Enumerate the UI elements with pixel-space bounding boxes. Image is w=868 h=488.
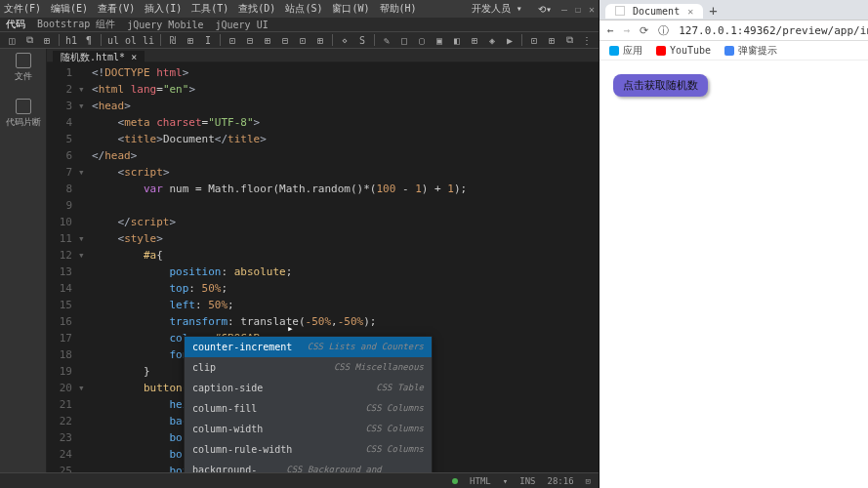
menu-item[interactable]: 站点(S) [285,2,322,16]
tool-icon[interactable]: ⊞ [41,34,53,46]
file-tab[interactable]: 随机数.html* × [47,49,599,62]
tab-code[interactable]: 代码 [6,18,25,31]
youtube-icon [656,46,666,56]
sidebar-item-snippets[interactable]: 代码片断 [6,99,41,129]
site-info-icon[interactable]: ⓘ [658,23,669,38]
menu-item[interactable]: 查看(V) [98,2,135,16]
browser-tab[interactable]: Document ✕ [605,4,703,19]
snippets-icon [16,99,31,114]
chevron-down-icon[interactable]: ▾ [503,476,508,486]
editor-pane: 文件(F) 编辑(E) 查看(V) 插入(I) 工具(T) 查找(D) 站点(S… [0,0,599,488]
files-icon [16,53,31,68]
tab-favicon [615,6,625,16]
app-root: 文件(F) 编辑(E) 查看(V) 插入(I) 工具(T) 查找(D) 站点(S… [0,0,868,488]
tool-icon[interactable]: ol [125,34,137,46]
browser-chrome: Document ✕ + ◉ — ☐ ✕ ← → ⟳ ⓘ 127.0.0.1:4… [599,0,868,61]
autocomplete-item[interactable]: background-imageCSS Background and Borde… [185,460,432,472]
browser-pane: Document ✕ + ◉ — ☐ ✕ ← → ⟳ ⓘ 127.0.0.1:4… [599,0,868,488]
tool-icon[interactable]: ⊡ [227,34,238,46]
tab-jqui[interactable]: jQuery UI [216,20,269,30]
url-text[interactable]: 127.0.0.1:49362/preview/app/index.html [679,24,868,37]
statusbar: HTML ▾ INS 28:16 ⊡ [0,472,599,488]
mode-tabbar: 代码 Bootstrap 组件 jQuery Mobile jQuery UI [0,18,599,31]
tool-icon[interactable]: ul [107,34,119,46]
tool-icon[interactable]: ⊞ [314,34,326,46]
tool-icon[interactable]: ▶ [504,34,516,46]
tab-title: Document [633,6,680,17]
tool-icon[interactable]: ¶ [83,34,95,46]
tool-icon[interactable]: S [356,34,368,46]
bookmark-item[interactable]: 弹窗提示 [724,44,777,58]
autocomplete-item[interactable]: column-fillCSS Columns [185,398,432,419]
tool-icon[interactable]: ⧉ [23,34,35,46]
tool-icon[interactable]: ▢ [416,34,428,46]
tool-icon[interactable]: ⊟ [279,34,291,46]
menu-item[interactable]: 帮助(H) [380,2,417,16]
maximize-icon[interactable]: ☐ [575,4,581,15]
tool-icon[interactable]: ⧉ [563,34,575,46]
autocomplete-item[interactable]: column-rule-widthCSS Columns [185,439,432,460]
autocomplete-item[interactable]: caption-sideCSS Table [185,378,432,398]
tool-icon[interactable]: ✎ [381,34,393,46]
apps-icon [609,46,619,56]
sidebar-item-files[interactable]: 文件 [15,53,32,83]
menubar: 文件(F) 编辑(E) 查看(V) 插入(I) 工具(T) 查找(D) 站点(S… [0,0,599,18]
line-gutter: 1234567891011121314151617181920212223242… [47,62,78,472]
minimize-icon[interactable]: — [561,4,567,15]
tool-icon[interactable]: ◧ [451,34,463,46]
menu-item[interactable]: 插入(I) [145,2,182,16]
autocomplete-item[interactable]: counter-incrementCSS Lists and Counters [185,337,432,357]
new-tab-button[interactable]: + [709,3,717,19]
tool-icon[interactable]: □ [398,34,410,46]
reload-icon[interactable]: ⟳ [640,24,648,37]
bookmark-item[interactable]: YouTube [656,45,711,56]
tool-icon[interactable]: ⊡ [297,34,309,46]
autocomplete-item[interactable]: clipCSS Miscellaneous [185,357,432,378]
code-editor[interactable]: 1234567891011121314151617181920212223242… [47,62,599,472]
fold-gutter[interactable]: ▾▾▾▾▾▾▾ [78,62,88,472]
tool-icon[interactable]: ⊞ [185,34,196,46]
autocomplete-item[interactable]: column-widthCSS Columns [185,419,432,439]
menu-item[interactable]: 窗口(W) [332,2,369,16]
favicon [724,46,734,56]
tool-icon[interactable]: ⋮ [581,34,593,46]
forward-icon[interactable]: → [624,24,631,37]
workspace-dropdown[interactable]: 开发人员 ▾ [472,2,522,16]
menu-item[interactable]: 文件(F) [4,2,41,16]
menu-item[interactable]: 查找(D) [238,2,275,16]
tab-jqm[interactable]: jQuery Mobile [127,20,203,30]
status-expand-icon[interactable]: ⊡ [586,476,591,486]
toolbar: ◫ ⧉ ⊞ h1 ¶ ul ol li ₪ ⊞ I ⊡ ⊟ ⊞ ⊟ ⊡ ⊞ ⋄ … [0,31,599,49]
status-dot [452,478,458,484]
tool-icon[interactable]: li [143,34,154,46]
tool-icon[interactable]: ⊞ [469,34,480,46]
tool-icon[interactable]: ⊞ [546,34,558,46]
tool-icon[interactable]: h1 [65,34,77,46]
tab-bootstrap[interactable]: Bootstrap 组件 [37,18,115,31]
status-pos: 28:16 [547,476,573,486]
bookmarks-bar: 应用 YouTube 弹窗提示 [599,41,868,61]
tool-icon[interactable]: ⋄ [339,34,351,46]
tab-close-icon[interactable]: ✕ [687,6,693,17]
status-enc: INS [519,476,535,486]
sidebar: 文件 代码片断 [0,49,47,472]
tool-icon[interactable]: ◫ [6,34,18,46]
tool-icon[interactable]: ⊟ [244,34,256,46]
back-icon[interactable]: ← [607,24,614,37]
browser-viewport[interactable]: 点击获取随机数 [599,61,868,488]
random-number-button[interactable]: 点击获取随机数 [613,74,708,97]
tool-icon[interactable]: ◈ [486,34,498,46]
apps-button[interactable]: 应用 [609,44,642,58]
mouse-cursor: ▸ [287,320,294,337]
menu-item[interactable]: 工具(T) [191,2,228,16]
tool-icon[interactable]: ⊡ [528,34,540,46]
tool-icon[interactable]: I [202,34,214,46]
autocomplete-popup[interactable]: counter-incrementCSS Lists and Countersc… [184,336,433,472]
tool-icon[interactable]: ⊞ [262,34,273,46]
tool-icon[interactable]: ▣ [434,34,445,46]
close-icon[interactable]: ✕ [589,4,595,15]
tool-icon[interactable]: ₪ [167,34,179,46]
sync-icon[interactable]: ⟲▾ [538,4,552,15]
status-lang[interactable]: HTML [470,476,491,486]
menu-item[interactable]: 编辑(E) [51,2,88,16]
